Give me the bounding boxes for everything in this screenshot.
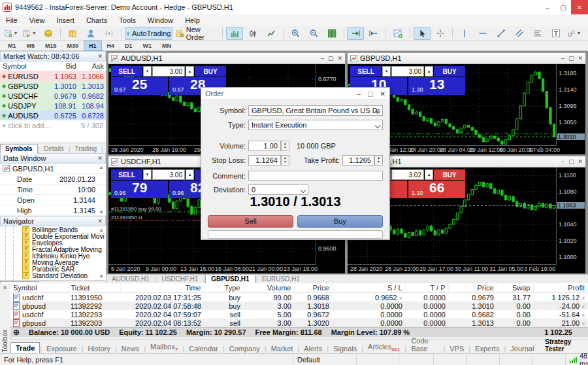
text-label-button[interactable]: [547, 27, 564, 40]
auto-scroll-button[interactable]: [347, 27, 364, 40]
toolbox-tab-alerts[interactable]: Alerts: [299, 343, 327, 354]
fibonacci-button[interactable]: [529, 27, 546, 40]
shapes-button[interactable]: ▼: [566, 27, 583, 40]
one-click-buy-button[interactable]: BUY: [434, 66, 465, 77]
one-click-volume-input[interactable]: 3.00: [391, 66, 424, 77]
close-position-icon[interactable]: ×: [581, 312, 585, 319]
column-bid[interactable]: Bid: [48, 62, 78, 70]
connection-status[interactable]: 48.70 ms: [566, 354, 588, 365]
chart-minimize-icon[interactable]: –: [321, 55, 324, 61]
maximize-button[interactable]: ▢: [555, 0, 571, 14]
indicators-button[interactable]: [389, 27, 406, 40]
toolbox-tab-company[interactable]: Company: [225, 343, 265, 354]
timeframe-m30[interactable]: M30: [62, 41, 84, 51]
one-click-buy-button[interactable]: BUY: [195, 66, 226, 77]
market-watch-close-icon[interactable]: ✕: [97, 53, 103, 60]
sell-button[interactable]: Sell: [208, 215, 293, 228]
type-select[interactable]: Instant Execution: [248, 120, 383, 130]
dialog-maximize-icon[interactable]: ▢: [367, 90, 373, 97]
market-watch-toggle-button[interactable]: [40, 27, 57, 40]
profile-selector[interactable]: Default: [293, 354, 357, 365]
market-watch-tab-symbols[interactable]: Symbols: [0, 144, 38, 154]
volume-up-button[interactable]: ▲: [186, 66, 194, 77]
volume-up-button[interactable]: ▲: [186, 169, 194, 180]
menu-view[interactable]: View: [24, 16, 51, 25]
one-click-volume-input[interactable]: 3.00: [152, 169, 185, 180]
line-chart-button[interactable]: [263, 27, 280, 40]
volume-down-button[interactable]: ▼: [143, 169, 152, 180]
navigator-item[interactable]: fIchimoku Kinko Hyo: [0, 252, 106, 259]
navigator-item[interactable]: fStandard Deviation: [0, 272, 106, 279]
chart-tab-usdchf[interactable]: USDCHF,H1: [156, 275, 203, 283]
toolbox-tab-market[interactable]: Market: [267, 343, 298, 354]
position-row[interactable]: usdchf113919502020.02.03 17:31:25buy99.0…: [10, 293, 588, 302]
buy-button[interactable]: Buy: [297, 215, 383, 228]
buy-price-display[interactable]: 1.3013: [408, 77, 465, 95]
toolbox-tab-articles[interactable]: Articles661: [363, 341, 404, 354]
position-row[interactable]: gbpusd113923032020.02.04 08:13:52sell3.0…: [10, 319, 588, 327]
vertical-line-button[interactable]: [456, 27, 473, 40]
click-to-add-row[interactable]: + click to add... 5 / 302: [0, 120, 106, 130]
cursor-button[interactable]: [414, 27, 431, 40]
new-order-button[interactable]: New Order: [174, 27, 218, 40]
volume-down-button[interactable]: ▼: [143, 66, 152, 77]
comment-input[interactable]: [248, 171, 383, 181]
price-scale[interactable]: 1.11001.10801.10401.10201.10001.1063: [556, 167, 585, 265]
navigator-item[interactable]: fParabolic SAR: [0, 266, 106, 272]
navigator-item[interactable]: fBollinger Bands: [0, 226, 106, 233]
one-click-sell-button[interactable]: SELL: [111, 169, 142, 180]
volume-spinner[interactable]: ▲▼: [281, 141, 289, 151]
volume-input[interactable]: 1.00: [248, 141, 281, 151]
one-click-volume-input[interactable]: 3.02: [391, 169, 424, 180]
market-watch-row-audusd[interactable]: ◆AUDUSD0.67250.6728: [0, 111, 106, 120]
close-position-icon[interactable]: ×: [581, 321, 585, 327]
trendline-button[interactable]: [493, 27, 510, 40]
take-profit-input[interactable]: 1.1265: [342, 155, 374, 165]
scroll-up-icon[interactable]: ▲: [98, 165, 105, 169]
broadcast-button[interactable]: [101, 27, 118, 40]
navigator-item[interactable]: fDouble Exponential Movi: [0, 233, 106, 239]
timeframe-d1[interactable]: D1: [120, 41, 138, 51]
toolbox-tab-mailbox[interactable]: Mailbox7: [146, 341, 182, 354]
chart-tab-audusd[interactable]: AUDUSD,H1: [106, 275, 155, 283]
market-watch-tab-details[interactable]: Details: [39, 145, 69, 153]
search-button[interactable]: [584, 27, 588, 40]
column-symbol[interactable]: Symbol: [0, 62, 48, 70]
autotrading-button[interactable]: AutoTrading: [125, 27, 173, 40]
one-click-sell-button[interactable]: SELL: [111, 66, 142, 77]
market-watch-row-gbpusd[interactable]: ◆GBPUSD1.30101.3013: [0, 81, 106, 91]
chart-maximize-icon[interactable]: ▢: [328, 55, 334, 61]
volume-down-button[interactable]: ▼: [382, 66, 391, 77]
data-window-close-icon[interactable]: ✕: [97, 155, 103, 162]
profiles-button[interactable]: ▼: [21, 27, 38, 40]
toolbox-tab-experts[interactable]: Experts: [470, 343, 504, 354]
new-chart-button[interactable]: ▼: [3, 27, 20, 40]
toolbox-tab-journal[interactable]: Journal: [506, 343, 538, 354]
market-watch-tab-trading[interactable]: Trading: [70, 145, 101, 153]
time-scale[interactable]: 6 Jan 20209 Jan 00:0013 Jan 16:0016 Jan …: [108, 264, 316, 273]
timeframe-m1[interactable]: M1: [3, 41, 22, 51]
chart-close-icon[interactable]: ✕: [337, 55, 342, 61]
crosshair-button[interactable]: [432, 27, 449, 40]
timeframe-m5[interactable]: M5: [22, 41, 41, 51]
minimize-button[interactable]: –: [540, 0, 555, 14]
market-watch-row-eurusd[interactable]: ◆EURUSD1.10631.1066: [0, 71, 106, 81]
toolbox-tab-vps[interactable]: VPS: [445, 343, 468, 354]
symbol-select[interactable]: GBPUSD, Great Britain Pound vs US Dollar: [248, 105, 383, 116]
chart-close-icon[interactable]: ✕: [578, 158, 583, 165]
chart-shift-button[interactable]: [365, 27, 382, 40]
close-button[interactable]: ✕: [571, 0, 588, 14]
timeframe-mn[interactable]: MN: [157, 41, 176, 51]
sell-price-display[interactable]: 0.9679: [111, 181, 168, 198]
one-click-sell-button[interactable]: SELL: [350, 66, 382, 77]
menu-tools[interactable]: Tools: [113, 16, 142, 25]
stop-loss-input[interactable]: 1.1264: [248, 155, 281, 165]
column-ask[interactable]: Ask: [78, 62, 106, 70]
channel-button[interactable]: [511, 27, 528, 40]
toolbox-tab-signals[interactable]: Signals: [329, 343, 361, 354]
sell-price-display[interactable]: 0.6725: [111, 77, 168, 95]
chart-minimize-icon[interactable]: –: [561, 158, 564, 165]
timeframe-h4[interactable]: H4: [102, 41, 120, 51]
market-watch-row-usdjpy[interactable]: ◆USDJPY108.91108.94: [0, 101, 106, 111]
menu-insert[interactable]: Insert: [50, 16, 80, 25]
